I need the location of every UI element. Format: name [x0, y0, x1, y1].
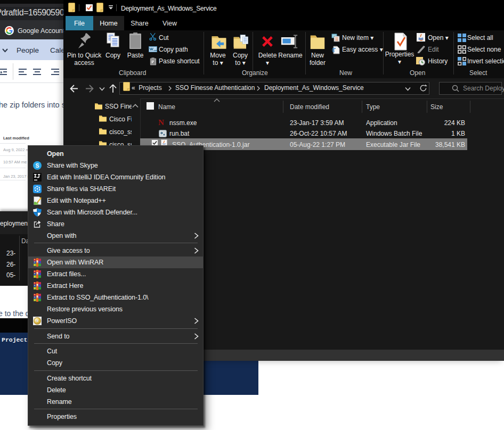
svg-text:S: S — [35, 162, 39, 169]
